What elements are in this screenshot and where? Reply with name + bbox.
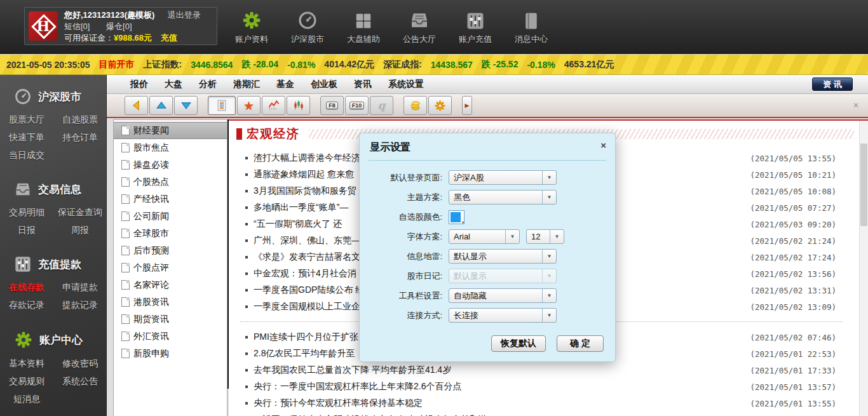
query-button[interactable]: q [370, 96, 393, 115]
nav-market-helper[interactable]: 大盘辅助 [336, 8, 391, 45]
settings-button[interactable] [428, 96, 452, 115]
scrollbar-thumb[interactable] [860, 144, 867, 226]
nav-label: 公告大厅 [403, 34, 436, 45]
sidebar-header-deposit[interactable]: 充值提款 [0, 255, 106, 273]
category-item[interactable]: 股市焦点 [114, 139, 227, 156]
bullet-icon [245, 402, 248, 405]
restore-defaults-button[interactable]: 恢复默认 [491, 335, 546, 352]
theme-select[interactable]: 黑色 ▼ [449, 190, 557, 205]
news-row[interactable]: 习近平：保持生态文明建设战略定力 努力建设人与自然和谐 (2021/05/01 … [236, 412, 858, 416]
menu-tab[interactable]: 大盘 [156, 79, 191, 90]
document-icon [121, 177, 130, 187]
nav-market[interactable]: 沪深股市 [280, 8, 336, 45]
nav-label: 消息中心 [515, 34, 548, 45]
sidebar-item-deposit-records[interactable]: 存款记录 [0, 300, 53, 311]
sms-link[interactable]: 短信[0] [64, 22, 90, 31]
news-time: (2021/05/02 13:56) [750, 269, 858, 279]
sidebar-item-withdraw-records[interactable]: 提款记录 [53, 300, 107, 311]
category-item[interactable]: 后市预测 [114, 242, 227, 259]
blowout-link[interactable]: 爆仓[0] [106, 22, 132, 31]
sidebar-item-online-deposit[interactable]: 在线存款 [0, 282, 53, 293]
favorite-color-label: 自选股颜色: [360, 211, 449, 223]
category-item[interactable]: 个股点评 [114, 259, 227, 276]
sidebar-item-system-notice[interactable]: 系统公告 [53, 376, 107, 387]
menu-tab[interactable]: 创业板 [302, 79, 346, 90]
app-window: H 您好,123123123(趣模板) 退出登录 短信[0] 爆仓[0] 可用保… [0, 0, 868, 416]
sidebar-item-favorite-stocks[interactable]: 自选股票 [53, 114, 107, 126]
candlestick-icon [292, 99, 305, 112]
category-item[interactable]: 财经要闻 [114, 122, 227, 139]
select-value: 自动隐藏 [449, 290, 542, 302]
connection-select[interactable]: 长连接 ▼ [449, 308, 557, 323]
font-family-select[interactable]: Arial ▼ [449, 229, 520, 244]
category-item[interactable]: 公司新闻 [114, 208, 227, 225]
category-item[interactable]: 全球股市 [114, 225, 227, 242]
menu-tab[interactable]: 分析 [191, 79, 225, 90]
sidebar-item-today-deals[interactable]: 当日成交 [0, 150, 53, 161]
category-item[interactable]: 新股申购 [114, 345, 227, 362]
font-size-select[interactable]: 12 ▼ [526, 229, 564, 244]
favorite-color-picker[interactable]: ▾ [449, 210, 465, 224]
back-arrow-button[interactable] [125, 96, 148, 115]
menu-tab[interactable]: 系统设置 [380, 79, 432, 90]
quote-list-button[interactable] [208, 96, 236, 115]
info-mine-label: 信息地雷: [360, 251, 449, 262]
f10-key-button[interactable]: F10 [345, 96, 369, 115]
sidebar-header-market[interactable]: 沪深股市 [0, 88, 106, 105]
sidebar-item-basic-profile[interactable]: 基本资料 [0, 358, 53, 370]
sidebar-item-daily-report[interactable]: 日报 [0, 225, 53, 236]
nav-account-profile[interactable]: 账户资料 [224, 8, 280, 45]
close-icon[interactable]: × [600, 140, 606, 151]
category-item[interactable]: 操盘必读 [114, 156, 227, 173]
news-row[interactable]: 央行：预计今年宏观杠杆率将保持基本稳定 (2021/05/01 13:55) [236, 395, 858, 412]
sidebar-item-weekly-report[interactable]: 周报 [53, 225, 107, 236]
sidebar-item-stock-hall[interactable]: 股票大厅 [0, 114, 53, 126]
sidebar-item-position-orders[interactable]: 持仓订单 [53, 132, 107, 144]
sidebar-item-trade-details[interactable]: 交易明细 [0, 207, 53, 218]
confirm-button[interactable]: 确 定 [557, 335, 604, 352]
toolbar-setting-select[interactable]: 自动隐藏 ▼ [449, 288, 557, 303]
category-item[interactable]: 期货资讯 [114, 311, 227, 328]
kline-chart-button[interactable] [287, 96, 310, 115]
toolbar-close-icon[interactable]: ✕ [853, 101, 859, 110]
category-item[interactable]: 产经快讯 [114, 191, 227, 208]
trend-chart-button[interactable] [262, 96, 285, 115]
news-panel-button[interactable]: 资 讯 [812, 77, 853, 91]
nav-message-center[interactable]: 消息中心 [503, 8, 559, 45]
sidebar-item-change-password[interactable]: 修改密码 [53, 358, 107, 370]
category-item[interactable]: 外汇资讯 [114, 328, 227, 345]
sidebar-section-title: 沪深股市 [38, 90, 81, 104]
info-mine-select[interactable]: 默认显示 ▼ [449, 249, 557, 264]
recharge-link[interactable]: 充值 [161, 33, 177, 43]
category-item[interactable]: 名家评论 [114, 276, 227, 293]
menu-tab[interactable]: 报价 [122, 79, 156, 90]
news-row[interactable]: 去年我国农民工总量首次下降 平均年龄升至41.4岁 (2021/05/01 17… [236, 362, 858, 379]
funds-button[interactable] [403, 96, 427, 115]
news-scrollbar[interactable] [859, 121, 868, 416]
nav-account-recharge[interactable]: 账户充值 [447, 8, 503, 45]
sidebar-item-trade-rules[interactable]: 交易规则 [0, 376, 53, 387]
category-item[interactable]: 个股热点 [114, 173, 227, 191]
sidebar-item-withdraw-request[interactable]: 申请提款 [53, 282, 107, 293]
sidebar-header-account[interactable]: 账户中心 [0, 330, 106, 349]
sidebar-item-short-message[interactable]: 短消息 [0, 394, 53, 405]
nav-announcements[interactable]: 公告大厅 [391, 8, 447, 45]
sidebar-section-deposit: 充值提款 在线存款 申请提款 存款记录 提款记录 [0, 255, 106, 311]
sidebar-item-margin-query[interactable]: 保证金查询 [53, 207, 107, 218]
default-page-select[interactable]: 沪深A股 ▼ [449, 170, 557, 185]
favorites-button[interactable]: ★ [237, 96, 261, 115]
sidebar-header-trade-info[interactable]: 交易信息 [0, 180, 106, 198]
up-arrow-button[interactable] [149, 96, 173, 115]
menu-tab[interactable]: 基金 [268, 79, 302, 90]
sidebar-item-quick-order[interactable]: 快速下单 [0, 132, 53, 144]
category-label: 名家评论 [133, 279, 169, 291]
toolbar-expand-button[interactable]: ▶ [462, 96, 472, 115]
logout-link[interactable]: 退出登录 [168, 10, 201, 20]
menu-tab[interactable]: 资讯 [346, 79, 380, 90]
report-icon [215, 99, 228, 112]
f8-key-button[interactable]: F8 [320, 96, 344, 115]
news-row[interactable]: 央行：一季度中国宏观杠杆率比上年末降2.6个百分点 (2021/05/01 13… [236, 379, 858, 395]
menu-tab[interactable]: 港期汇 [225, 79, 268, 90]
down-arrow-button[interactable] [174, 96, 198, 115]
category-item[interactable]: 港股资讯 [114, 293, 227, 311]
